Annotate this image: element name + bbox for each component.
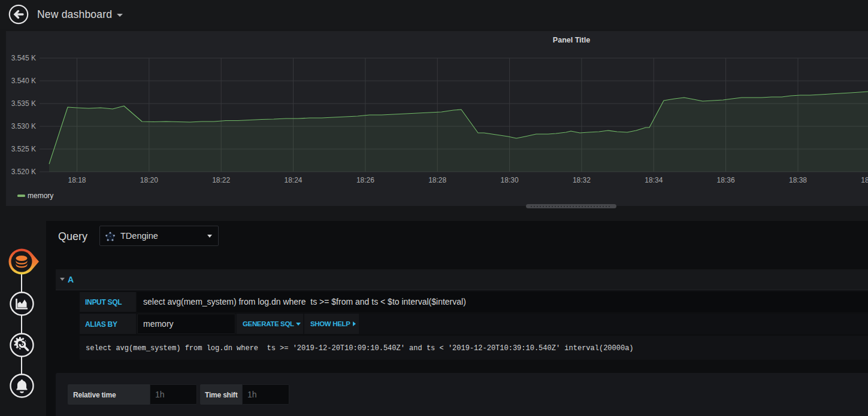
svg-text:18:32: 18:32 (573, 176, 591, 184)
svg-text:18:22: 18:22 (212, 176, 230, 184)
svg-text:18:18: 18:18 (68, 176, 86, 184)
svg-text:3.540 K: 3.540 K (11, 77, 36, 85)
svg-text:18:30: 18:30 (501, 176, 519, 184)
svg-text:3.525 K: 3.525 K (11, 145, 36, 153)
svg-text:18:28: 18:28 (428, 176, 446, 184)
svg-text:3.530 K: 3.530 K (11, 122, 36, 130)
svg-text:3.535 K: 3.535 K (11, 99, 36, 108)
svg-text:18:36: 18:36 (717, 176, 735, 184)
svg-text:18:34: 18:34 (645, 176, 663, 184)
svg-text:18:26: 18:26 (356, 176, 374, 184)
svg-text:18:20: 18:20 (140, 176, 158, 184)
svg-text:18:38: 18:38 (789, 176, 807, 184)
svg-text:3.545 K: 3.545 K (11, 54, 36, 62)
svg-text:18:40: 18:40 (861, 176, 868, 184)
svg-text:3.520 K: 3.520 K (11, 168, 36, 176)
svg-text:18:24: 18:24 (284, 176, 302, 184)
